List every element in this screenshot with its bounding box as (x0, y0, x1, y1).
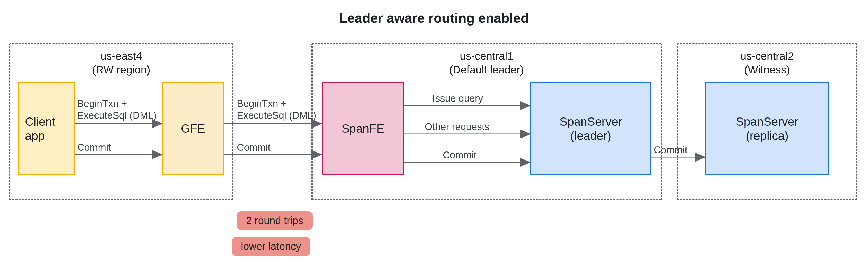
edge-label-leader-replica-commit: Commit (654, 144, 687, 156)
region-us-east4-label: us-east4 (RW region) (10, 50, 232, 77)
node-spanserver-leader: SpanServer (leader) (530, 83, 651, 175)
region-us-central1-role: (Default leader) (449, 64, 524, 76)
region-us-east4-role: (RW region) (92, 64, 150, 76)
region-us-central2-role: (Witness) (744, 64, 790, 76)
diagram-canvas: Leader aware routing enabled us-east4 (R… (0, 0, 868, 270)
edge-label-gfe-spanfe-commit: Commit (237, 142, 271, 154)
node-spanserver-replica: SpanServer (replica) (705, 83, 829, 175)
edge-label-client-gfe-begin: BeginTxn + ExecuteSql (DML) (77, 98, 156, 121)
node-client-app: Client app (18, 83, 75, 175)
region-us-central2-label: us-central2 (Witness) (678, 50, 856, 77)
region-us-central1-label: us-central1 (Default leader) (312, 50, 660, 77)
diagram-title: Leader aware routing enabled (0, 10, 868, 26)
edge-label-spanfe-leader-issue: Issue query (432, 93, 483, 104)
node-gfe: GFE (162, 83, 224, 175)
edge-label-gfe-spanfe-begin: BeginTxn + ExecuteSql (DML) (237, 98, 316, 121)
pill-lower-latency: lower latency (232, 237, 310, 256)
pill-round-trips: 2 round trips (237, 211, 312, 230)
node-spanfe: SpanFE (322, 83, 404, 175)
region-us-central2-name: us-central2 (740, 50, 794, 62)
region-us-central1-name: us-central1 (460, 50, 513, 62)
region-us-east4-name: us-east4 (100, 50, 142, 62)
edge-label-spanfe-leader-other: Other requests (425, 121, 489, 133)
edge-label-client-gfe-commit: Commit (77, 142, 111, 154)
edge-label-spanfe-leader-commit: Commit (443, 149, 476, 161)
